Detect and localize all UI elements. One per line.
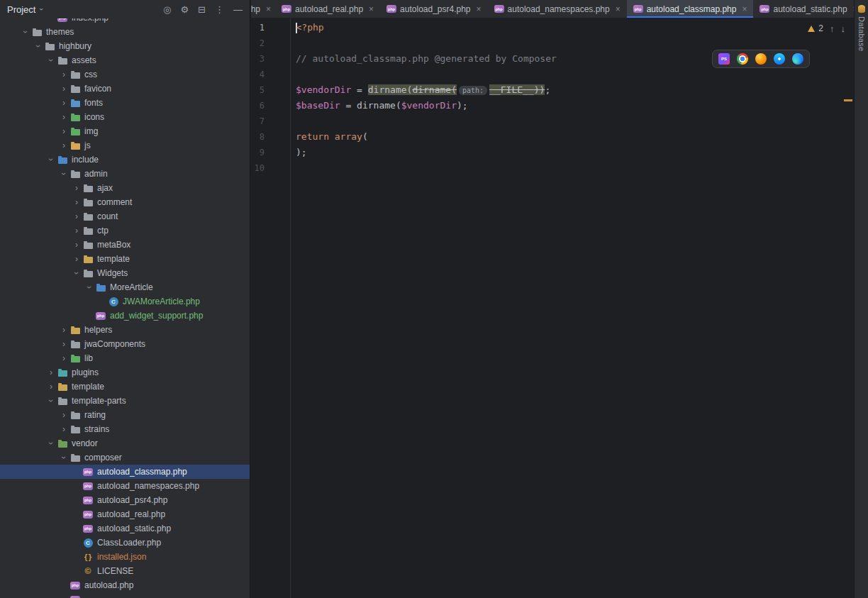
tree-item-Widgets[interactable]: ›Widgets: [0, 266, 250, 280]
tree-item-autoload_real.php[interactable]: autoload_real.php: [0, 507, 250, 521]
chevron-collapsed-icon[interactable]: ›: [58, 141, 69, 150]
tree-item-autoload.php[interactable]: autoload.php: [0, 578, 250, 592]
close-icon[interactable]: ×: [369, 5, 374, 13]
chevron-collapsed-icon[interactable]: ›: [45, 368, 57, 377]
warning-stripe-mark[interactable]: [844, 99, 852, 101]
tree-item-helpers[interactable]: ›helpers: [0, 323, 250, 337]
tree-item-installed.json[interactable]: installed.json: [0, 550, 250, 564]
tree-item-js[interactable]: ›js: [0, 138, 250, 153]
tree-item-autoload_namespaces.php[interactable]: autoload_namespaces.php: [0, 479, 250, 493]
chevron-collapsed-icon[interactable]: ›: [58, 411, 69, 419]
tree-item-add_widget_support.php[interactable]: add_widget_support.php: [0, 309, 250, 323]
tree-item-autoload_psr4.php[interactable]: autoload_psr4.php: [0, 493, 250, 507]
chevron-expanded-icon[interactable]: ›: [58, 170, 69, 178]
tree-item-plugins[interactable]: ›plugins: [0, 365, 250, 380]
tree-item-LICENSE[interactable]: LICENSE: [0, 564, 250, 578]
tree-item-lib[interactable]: ›lib: [0, 351, 250, 365]
tree-item-include[interactable]: ›include: [0, 153, 250, 167]
inspection-widget[interactable]: 2 ↑ ↓: [808, 23, 845, 33]
tree-item-template[interactable]: ›template: [0, 252, 250, 266]
more-options-icon[interactable]: ⋮: [215, 5, 224, 14]
editor-tab-autoload_real.php[interactable]: autoload_real.php×: [275, 0, 380, 18]
code-line-8[interactable]: return array(: [291, 129, 844, 145]
code-line-10[interactable]: [291, 160, 844, 176]
chevron-collapsed-icon[interactable]: ›: [58, 84, 69, 93]
chevron-collapsed-icon[interactable]: ›: [58, 354, 69, 362]
chevron-collapsed-icon[interactable]: ›: [58, 99, 69, 107]
chrome-icon[interactable]: [737, 53, 748, 65]
line-number[interactable]: 6: [251, 98, 290, 113]
prev-highlight-arrow-icon[interactable]: ↑: [830, 24, 835, 33]
tree-item-template-parts[interactable]: ›template-parts: [0, 394, 250, 408]
chevron-collapsed-icon[interactable]: ›: [71, 198, 82, 206]
line-number[interactable]: 9: [251, 145, 290, 160]
editor-tab-autoload_namespaces.php[interactable]: autoload_namespaces.php×: [488, 0, 627, 18]
chevron-collapsed-icon[interactable]: ›: [71, 255, 82, 263]
tree-item-MoreArticle[interactable]: ›MoreArticle: [0, 280, 250, 294]
tree-item-template[interactable]: ›template: [0, 380, 250, 394]
tree-item-autoload_classmap.php[interactable]: autoload_classmap.php: [0, 465, 250, 479]
chevron-expanded-icon[interactable]: ›: [45, 56, 57, 65]
chevron-collapsed-icon[interactable]: ›: [58, 127, 69, 135]
line-number[interactable]: 1: [251, 20, 290, 35]
tree-item-fonts[interactable]: ›fonts: [0, 96, 250, 110]
chevron-collapsed-icon[interactable]: ›: [71, 184, 82, 192]
chevron-expanded-icon[interactable]: ›: [20, 28, 31, 36]
chevron-expanded-icon[interactable]: ›: [45, 439, 57, 448]
line-number[interactable]: 10: [251, 160, 290, 176]
code-line-7[interactable]: [291, 113, 844, 129]
chevron-collapsed-icon[interactable]: ›: [71, 212, 82, 221]
editor-tab-autoload_classmap.php[interactable]: autoload_classmap.php×: [627, 0, 754, 18]
tree-item-autoload_static.php[interactable]: autoload_static.php: [0, 521, 250, 536]
code-line-4[interactable]: [291, 67, 844, 82]
tree-item-strains[interactable]: ›strains: [0, 422, 250, 436]
tree-item-ajax[interactable]: ›ajax: [0, 181, 250, 195]
chevron-collapsed-icon[interactable]: ›: [58, 425, 69, 433]
line-number[interactable]: 2: [251, 35, 290, 51]
chevron-expanded-icon[interactable]: ›: [45, 397, 57, 405]
close-icon[interactable]: ×: [742, 5, 747, 13]
tree-item-jwaComponents[interactable]: ›jwaComponents: [0, 337, 250, 351]
editor[interactable]: 12345678910 <?php// autoload_classmap.ph…: [251, 18, 854, 598]
line-number[interactable]: 4: [251, 67, 290, 82]
settings-icon[interactable]: ⚙: [180, 5, 189, 14]
code-line-5[interactable]: $vendorDir = dirname(dirname(path:__FILE…: [291, 82, 844, 98]
tree-item-assets[interactable]: ›assets: [0, 53, 250, 67]
database-tool-window-button[interactable]: Database: [857, 16, 866, 52]
chevron-down-icon[interactable]: ›: [38, 8, 46, 11]
tree-item-rating[interactable]: ›rating: [0, 408, 250, 422]
phpstorm-icon[interactable]: [718, 53, 730, 65]
tree-item-icons[interactable]: ›icons: [0, 110, 250, 124]
chevron-collapsed-icon[interactable]: ›: [58, 70, 69, 79]
tree-item-comment[interactable]: ›comment: [0, 195, 250, 209]
chevron-expanded-icon[interactable]: ›: [45, 155, 57, 164]
chevron-collapsed-icon[interactable]: ›: [71, 226, 82, 235]
firefox-icon[interactable]: [755, 53, 767, 65]
tree-item-ctp[interactable]: ›ctp: [0, 223, 250, 238]
chevron-expanded-icon[interactable]: ›: [58, 453, 69, 462]
chevron-collapsed-icon[interactable]: ›: [58, 340, 69, 348]
tree-item-themes[interactable]: ›themes: [0, 25, 250, 39]
safari-icon[interactable]: [774, 53, 785, 65]
close-icon[interactable]: ×: [616, 5, 621, 13]
close-icon[interactable]: ×: [477, 5, 482, 13]
chevron-expanded-icon[interactable]: ›: [71, 269, 82, 277]
tree-item-JWAMoreArticle.php[interactable]: JWAMoreArticle.php: [0, 294, 250, 309]
tree-item-favicon[interactable]: ›favicon: [0, 82, 250, 96]
database-icon[interactable]: [858, 5, 865, 13]
tree-item-clipped[interactable]: [0, 592, 250, 598]
line-number[interactable]: 5: [251, 82, 290, 98]
edge-icon[interactable]: [792, 53, 803, 65]
chevron-collapsed-icon[interactable]: ›: [45, 382, 57, 391]
chevron-expanded-icon[interactable]: ›: [84, 283, 95, 292]
tree-item-highbury[interactable]: ›highbury: [0, 39, 250, 53]
code-area[interactable]: <?php// autoload_classmap.php @generated…: [291, 20, 844, 176]
line-number[interactable]: 7: [251, 113, 290, 129]
project-panel-title[interactable]: Project: [7, 4, 35, 15]
tree-item-ClassLoader.php[interactable]: ClassLoader.php: [0, 536, 250, 550]
line-number[interactable]: 8: [251, 129, 290, 145]
tree-item-admin[interactable]: ›admin: [0, 167, 250, 181]
chevron-expanded-icon[interactable]: ›: [33, 42, 44, 50]
tree-item-composer[interactable]: ›composer: [0, 450, 250, 465]
code-line-1[interactable]: <?php: [291, 20, 844, 35]
